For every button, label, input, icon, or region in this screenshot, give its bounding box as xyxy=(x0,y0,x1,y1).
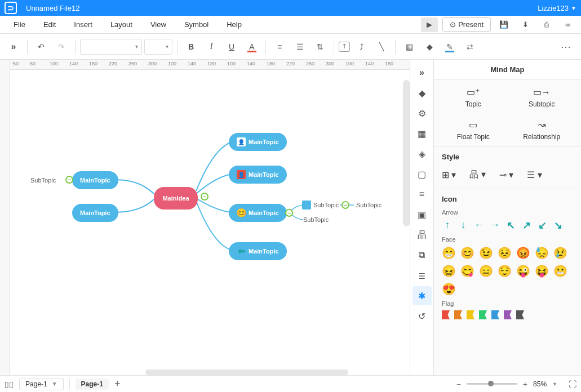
textbox-icon[interactable]: T xyxy=(339,42,350,52)
expand-panel-icon[interactable]: » xyxy=(5,38,23,56)
save-icon[interactable]: 💾 xyxy=(495,17,512,32)
arrow-up-left-icon[interactable]: ↖ xyxy=(505,219,516,231)
node-left-topic-2[interactable]: MainTopic xyxy=(72,204,118,222)
menu-insert[interactable]: Insert xyxy=(65,17,101,32)
mindmap-panel-icon[interactable]: ✱ xyxy=(413,286,432,305)
flag-icon[interactable] xyxy=(454,310,462,319)
layout-style-1-icon[interactable]: ⊞ ▾ xyxy=(442,170,456,180)
image-icon[interactable]: ▣ xyxy=(413,205,432,224)
hierarchy-icon[interactable]: 品 xyxy=(413,225,432,244)
italic-icon[interactable]: I xyxy=(202,38,220,56)
grid-icon[interactable]: ▦ xyxy=(413,124,432,143)
face-icon[interactable]: 😝 xyxy=(535,264,549,278)
node-right-topic-2[interactable]: 👤MainTopic xyxy=(229,166,287,184)
present-button[interactable]: ⊙ Present xyxy=(442,17,491,32)
arrow-up-icon[interactable]: ↑ xyxy=(442,219,453,231)
presentation-icon[interactable]: ▢ xyxy=(413,164,432,184)
layout-style-4-icon[interactable]: ☰ ▾ xyxy=(527,170,542,180)
subtopic-text[interactable]: SubTopic xyxy=(356,202,382,208)
menu-edit[interactable]: Edit xyxy=(34,17,65,32)
duplicate-icon[interactable]: ⧉ xyxy=(413,246,432,265)
undo-icon[interactable]: ↶ xyxy=(32,38,50,56)
font-size-select[interactable]: ▾ xyxy=(144,39,172,55)
menu-view[interactable]: View xyxy=(141,17,175,32)
more-icon[interactable]: ⋯ xyxy=(556,41,576,53)
face-icon[interactable]: 😡 xyxy=(516,246,530,260)
flag-icon[interactable] xyxy=(442,310,450,319)
menu-file[interactable]: File xyxy=(5,17,34,32)
settings-icon[interactable]: ⚙ xyxy=(413,104,432,123)
paint-bucket-icon[interactable]: ◆ xyxy=(413,83,432,103)
layout-style-3-icon[interactable]: ⊸ ▾ xyxy=(499,170,513,180)
face-icon[interactable]: 😢 xyxy=(553,246,567,260)
page-list-icon[interactable]: ▯▯ xyxy=(5,380,14,389)
underline-icon[interactable]: U xyxy=(223,38,241,56)
node-right-topic-3[interactable]: 😊MainTopic xyxy=(229,204,287,222)
expand-toggle[interactable]: − xyxy=(201,193,209,201)
node-left-topic-1[interactable]: MainTopic xyxy=(72,171,118,189)
fill-icon[interactable]: ◆ xyxy=(420,38,438,56)
flag-icon[interactable] xyxy=(516,310,524,319)
flag-icon[interactable] xyxy=(504,310,512,319)
node-main-idea[interactable]: MainIdea xyxy=(154,187,198,210)
align-icon[interactable]: ≡ xyxy=(270,38,289,56)
arrow-style-icon[interactable]: ⇄ xyxy=(461,38,479,56)
expand-toggle[interactable]: − xyxy=(285,209,293,217)
expand-toggle[interactable]: − xyxy=(341,201,349,209)
pattern-icon[interactable]: ▦ xyxy=(400,38,418,56)
face-icon[interactable]: 😑 xyxy=(479,264,493,278)
face-icon[interactable]: 😣 xyxy=(498,246,512,260)
print-icon[interactable]: ⎙ xyxy=(538,17,555,32)
page-tab-1[interactable]: Page-1 xyxy=(76,378,109,390)
add-subtopic-button[interactable]: ▭→Subtopic xyxy=(511,86,574,108)
collapse-panel-icon[interactable]: » xyxy=(413,63,432,82)
face-icon[interactable]: 😌 xyxy=(498,264,512,278)
add-relationship-button[interactable]: ↝Relationship xyxy=(511,118,574,141)
slideshow-icon[interactable]: ▶ xyxy=(421,17,438,32)
chevron-down-icon[interactable]: ▼ xyxy=(552,381,557,387)
user-menu[interactable]: Lizzie123 ▼ xyxy=(538,4,576,12)
subtopic-text[interactable]: SubTopic xyxy=(313,202,339,208)
arrow-down-left-icon[interactable]: ↙ xyxy=(536,219,548,231)
arrow-right-icon[interactable]: → xyxy=(489,219,500,231)
face-icon[interactable]: 😉 xyxy=(479,246,493,260)
vertical-scrollbar[interactable] xyxy=(403,80,410,226)
layers-icon[interactable]: ◈ xyxy=(413,144,432,163)
download-icon[interactable]: ⬇ xyxy=(517,17,534,32)
add-float-topic-button[interactable]: ▭Float Topic xyxy=(442,118,505,141)
share-icon[interactable]: ∞ xyxy=(560,17,576,32)
redo-icon[interactable]: ↷ xyxy=(52,38,70,56)
font-family-select[interactable]: ▾ xyxy=(80,39,142,55)
page-selector[interactable]: Page-1▼ xyxy=(19,378,64,390)
arrow-left-icon[interactable]: ← xyxy=(473,219,485,231)
flag-icon[interactable] xyxy=(491,310,499,319)
face-icon[interactable]: 😬 xyxy=(553,264,567,278)
horizontal-scrollbar[interactable] xyxy=(145,369,348,375)
face-icon[interactable]: 😋 xyxy=(460,264,474,278)
arrow-up-right-icon[interactable]: ↗ xyxy=(521,219,532,231)
line-color-icon[interactable]: ✎ xyxy=(441,38,459,56)
align-icon[interactable]: ≣ xyxy=(413,266,432,285)
subtopic-text[interactable]: SubTopic xyxy=(303,216,329,223)
font-color-icon[interactable]: A xyxy=(243,38,261,56)
face-icon[interactable]: 😖 xyxy=(442,264,456,278)
face-icon[interactable]: 😜 xyxy=(516,264,530,278)
layout-style-2-icon[interactable]: 品 ▾ xyxy=(469,169,485,181)
bold-icon[interactable]: B xyxy=(182,38,200,56)
flag-icon[interactable] xyxy=(467,310,474,319)
face-icon[interactable]: 😁 xyxy=(442,246,456,260)
zoom-out-button[interactable]: − xyxy=(456,380,461,389)
arrow-down-icon[interactable]: ↓ xyxy=(458,219,469,231)
node-right-topic-1[interactable]: 👤MainTopic xyxy=(229,133,287,151)
face-icon[interactable]: 😓 xyxy=(535,246,549,260)
zoom-in-button[interactable]: + xyxy=(523,380,527,389)
app-logo[interactable]: ⊃ xyxy=(5,2,17,14)
menu-help[interactable]: Help xyxy=(218,17,251,32)
menu-layout[interactable]: Layout xyxy=(101,17,141,32)
flag-icon[interactable] xyxy=(479,310,487,319)
data-icon[interactable]: ≡ xyxy=(413,185,432,204)
spacing-icon[interactable]: ⇅ xyxy=(311,38,329,56)
connector-icon[interactable]: ⤴ xyxy=(352,38,370,56)
face-icon[interactable]: 😍 xyxy=(442,282,456,296)
face-icon[interactable]: 😊 xyxy=(460,246,474,260)
